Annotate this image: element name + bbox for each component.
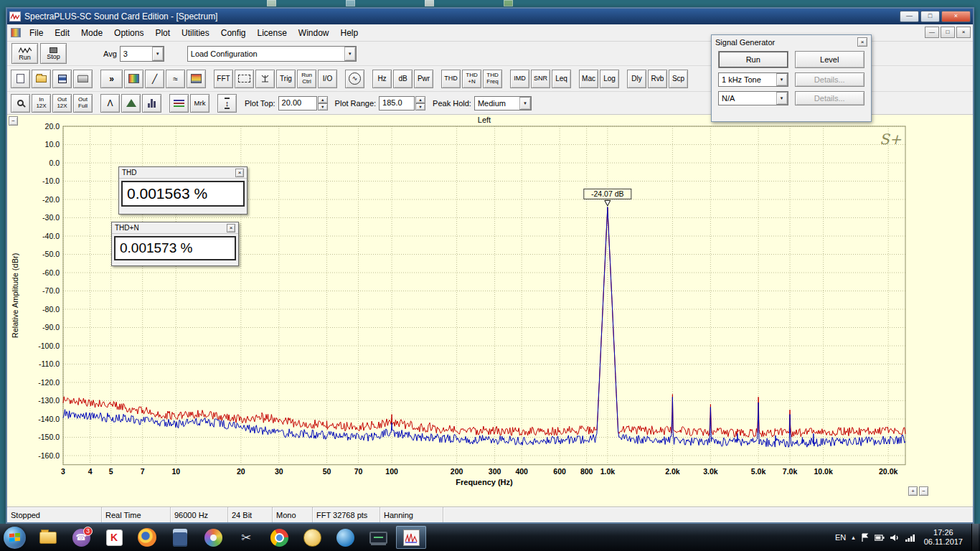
collapse-axis-button[interactable]: − [9,116,18,126]
taskbar-mail-button[interactable] [297,526,327,549]
hz-button[interactable]: Hz [372,70,392,88]
bar-plot-button[interactable] [142,94,161,113]
chevron-down-icon[interactable]: ▼ [152,47,164,61]
dly-button[interactable]: Dly [627,70,646,88]
signal-generator-window[interactable]: Signal Generator × Run Level 1 kHz Tone … [711,34,872,122]
tray-flag-icon[interactable] [861,533,869,542]
spectrum-view-button[interactable] [124,70,143,88]
snr-button[interactable]: SNR [531,70,550,88]
plot-top-down-icon[interactable]: ▼ [318,103,328,110]
start-button[interactable] [4,527,26,549]
scp-button[interactable]: Scp [669,70,688,88]
time-series-button[interactable] [235,70,254,88]
siggen-run-button[interactable]: Run [718,51,788,68]
mdi-minimize-button[interactable]: — [925,27,939,38]
siggen-level-button[interactable]: Level [795,51,865,68]
zoom-in-12x-button[interactable]: In12X [32,94,51,113]
phase-button[interactable] [255,70,275,88]
chevron-down-icon[interactable]: ▼ [776,73,788,86]
menu-license[interactable]: License [251,26,292,40]
avg-select[interactable]: 3 ▼ [120,46,164,62]
db-button[interactable]: dB [393,70,413,88]
tray-language[interactable]: EN [835,533,846,542]
close-icon[interactable]: × [227,224,235,232]
rvb-button[interactable]: Rvb [648,70,667,88]
taskbar-explorer-button[interactable] [33,526,63,549]
log-button[interactable]: Log [600,70,619,88]
taskbar-calculator-button[interactable] [165,526,195,549]
filled-plot-button[interactable] [121,94,141,113]
continuous-run-button[interactable]: » [100,70,123,88]
plot-range-up-icon[interactable]: ▲ [415,96,425,103]
siggen-modulation-details-button[interactable]: Details... [795,91,865,105]
imd-button[interactable]: IMD [510,70,529,88]
fft-settings-button[interactable]: FFT [214,70,233,88]
tray-speaker-icon[interactable] [890,534,900,542]
menu-file[interactable]: File [24,26,49,40]
trigger-button[interactable]: Trig [276,70,296,88]
spectrogram-view-button[interactable] [187,70,206,88]
mdi-child-icon[interactable] [11,28,21,37]
taskbar-firefox-button[interactable] [132,526,162,549]
menu-edit[interactable]: Edit [49,26,75,40]
plot-zoom-in-button[interactable]: + [908,486,918,496]
run-control-button[interactable]: RunCtrl [297,70,316,88]
maximize-button[interactable]: □ [920,11,940,22]
taskbar-snipping-button[interactable]: ✂ [231,526,261,549]
line-plot-button[interactable]: Λ [100,94,120,113]
plot-range-input[interactable]: 185.0 [379,96,415,110]
open-button[interactable] [32,70,51,88]
tray-expand-icon[interactable]: ▴ [852,534,855,541]
menu-window[interactable]: Window [293,26,335,40]
overlays-button[interactable] [169,94,189,113]
zoom-button[interactable] [11,94,30,113]
peak-hold-select[interactable]: Medium ▼ [474,96,532,110]
siggen-tone-details-button[interactable]: Details... [795,72,865,87]
plot-scale-button[interactable]: ↕ [217,94,237,113]
zoom-out-full-button[interactable]: OutFull [73,94,93,113]
minimize-button[interactable]: — [900,11,919,22]
menu-mode[interactable]: Mode [75,26,108,40]
show-desktop-button[interactable] [971,524,979,551]
close-button[interactable]: × [941,11,971,22]
zoom-out-12x-button[interactable]: Out12X [52,94,72,113]
close-icon[interactable]: × [857,37,867,47]
chevron-down-icon[interactable]: ▼ [344,47,356,61]
menu-utilities[interactable]: Utilities [176,26,215,40]
chevron-down-icon[interactable]: ▼ [519,97,531,110]
close-icon[interactable]: × [235,169,244,177]
menu-help[interactable]: Help [335,26,364,40]
waterfall-view-button[interactable]: ≈ [166,70,185,88]
leq-button[interactable]: Leq [552,70,571,88]
load-configuration-select[interactable]: Load Configuration ▼ [187,46,357,62]
pwr-button[interactable]: Pwr [414,70,433,88]
thd-panel[interactable]: THD × 0.001563 % [118,166,248,215]
taskbar-monitor-button[interactable] [363,526,393,549]
taskbar-viber-button[interactable]: ☎3 [66,526,96,549]
slope-view-button[interactable]: ╱ [145,70,164,88]
tray-clock[interactable]: 17:26 06.11.2017 [921,528,966,547]
tray-network-icon[interactable] [905,534,915,542]
titlebar[interactable]: SpectraPLUS-SC Sound Card Edition - [Spe… [7,9,973,24]
taskbar-kmplayer-button[interactable]: K [99,526,129,549]
siggen-modulation-select[interactable]: N/A ▼ [718,91,788,105]
mac-button[interactable]: Mac [579,70,598,88]
plot-top-input[interactable]: 20.00 [278,96,317,110]
generator-button[interactable]: ∿ [345,70,364,88]
run-button[interactable]: Run [11,43,38,64]
menu-config[interactable]: Config [215,26,252,40]
mdi-restore-button[interactable]: □ [941,27,955,38]
plot-range-down-icon[interactable]: ▼ [415,103,425,110]
thd-n-panel[interactable]: THD+N × 0.001573 % [111,222,239,266]
taskbar-spectraplus-button[interactable] [396,526,426,549]
menu-options[interactable]: Options [108,26,149,40]
taskbar-chrome-button[interactable] [264,526,294,549]
taskbar-paint-button[interactable] [198,526,228,549]
taskbar-skype-button[interactable] [330,526,360,549]
thd-freq-button[interactable]: THDFreq [483,70,502,88]
save-button[interactable] [52,70,72,88]
print-button[interactable] [73,70,93,88]
thd-n-button[interactable]: THD+N [462,70,481,88]
tray-battery-icon[interactable] [875,534,885,541]
siggen-tone-select[interactable]: 1 kHz Tone ▼ [718,72,788,87]
